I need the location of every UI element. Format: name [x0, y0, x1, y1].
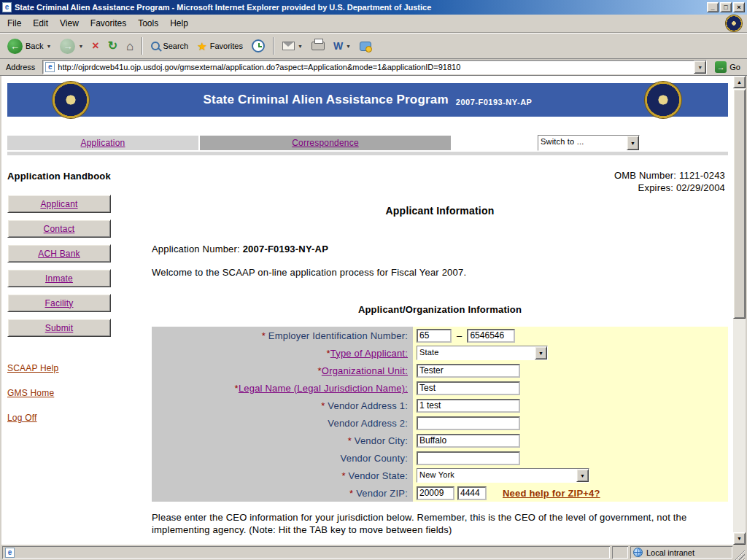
back-button[interactable]: ← Back ▼	[4, 35, 55, 57]
tab-strip	[7, 152, 728, 155]
go-label: Go	[729, 63, 740, 71]
sidebar-label-ach-bank: ACH Bank	[38, 249, 80, 259]
vendor-city-input[interactable]	[417, 434, 520, 448]
go-button[interactable]: → Go	[711, 60, 745, 74]
history-button[interactable]	[248, 35, 268, 57]
sidebar-button-contact[interactable]: Contact	[7, 219, 111, 238]
sidebar-button-facility[interactable]: Facility	[7, 294, 111, 312]
legal-name-input[interactable]	[417, 381, 520, 395]
home-button[interactable]: ⌂	[123, 35, 137, 57]
close-button[interactable]: ×	[733, 2, 745, 12]
zone-label: Local intranet	[646, 548, 694, 557]
sidebar-label-inmate: Inmate	[45, 273, 73, 284]
scaap-banner: State Criminal Alien Assistance Program …	[7, 83, 728, 117]
print-button[interactable]	[308, 35, 328, 57]
gms-home-link[interactable]: GMS Home	[7, 388, 123, 398]
favorites-star-icon: ★	[197, 41, 206, 52]
sidebar-label-applicant: Applicant	[40, 199, 77, 209]
history-icon	[252, 39, 265, 52]
menu-help[interactable]: Help	[164, 15, 194, 31]
page-content: State Criminal Alien Assistance Program …	[1, 76, 746, 545]
refresh-button[interactable]: ↻	[104, 35, 121, 57]
sidebar-button-ach-bank[interactable]: ACH Bank	[7, 244, 111, 262]
tab-correspondence-label: Correspondence	[292, 138, 359, 148]
banner-title: State Criminal Alien Assistance Program	[204, 93, 449, 107]
edit-with-word-button[interactable]: W ▼	[330, 35, 355, 57]
favorites-button[interactable]: ★ Favorites	[193, 35, 247, 57]
vendor-state-select[interactable]: New York ▼	[417, 468, 589, 483]
city-field-cell	[413, 432, 728, 449]
menu-favorites[interactable]: Favorites	[85, 15, 132, 31]
scroll-up-button[interactable]: ▲	[733, 76, 746, 88]
section-heading: Applicant/Organization Information	[152, 304, 728, 315]
edit-chevron-icon: ▼	[346, 44, 351, 49]
tab-correspondence[interactable]: Correspondence	[200, 136, 451, 150]
form-row-type: *Type of Applicant: State ▼	[152, 344, 728, 362]
messenger-button[interactable]	[356, 35, 375, 57]
search-button[interactable]: Search	[147, 35, 192, 57]
switch-to-arrow-icon[interactable]: ▼	[627, 136, 639, 150]
forward-icon: →	[60, 39, 75, 54]
stop-icon: ×	[92, 40, 98, 52]
vendor-county-input[interactable]	[417, 451, 520, 465]
welcome-text: Welcome to the SCAAP on-line application…	[152, 267, 466, 278]
sidebar-button-applicant[interactable]: Applicant	[7, 195, 111, 213]
vendor-zip4-input[interactable]	[457, 486, 487, 500]
switch-to-select[interactable]: Switch to ... ▼	[538, 135, 640, 151]
menu-tools[interactable]: Tools	[132, 15, 164, 31]
menu-edit[interactable]: Edit	[27, 15, 54, 31]
sidebar-button-submit[interactable]: Submit	[7, 319, 111, 337]
state-select-arrow-icon[interactable]: ▼	[576, 469, 589, 482]
organizational-unit-link[interactable]: Organizational Unit:	[322, 365, 408, 376]
title-bar[interactable]: e State Criminal Alien Assistance Progra…	[0, 0, 747, 15]
legal-name-link[interactable]: Legal Name (Legal Jurisdiction Name):	[239, 383, 408, 394]
scroll-down-button[interactable]: ▼	[733, 532, 746, 545]
tab-application[interactable]: Application	[7, 136, 198, 150]
county-field-cell	[413, 449, 728, 467]
state-label: * Vendor State:	[152, 467, 413, 484]
scaap-help-link[interactable]: SCAAP Help	[7, 363, 123, 373]
city-label: * Vendor City:	[152, 432, 413, 449]
window-title: State Criminal Alien Assistance Program …	[15, 3, 704, 12]
ein-prefix-input[interactable]	[417, 329, 452, 343]
type-select-arrow-icon[interactable]: ▼	[535, 346, 547, 359]
type-label: *Type of Applicant:	[152, 344, 413, 362]
resize-grip[interactable]	[735, 550, 745, 560]
omb-expires: Expires: 02/29/2004	[614, 182, 725, 194]
address1-field-cell	[413, 397, 728, 414]
type-of-applicant-link[interactable]: Type of Applicant:	[330, 348, 408, 359]
application-number-label: Application Number:	[152, 244, 243, 254]
menu-view[interactable]: View	[54, 15, 85, 31]
ein-suffix-input[interactable]	[467, 329, 515, 343]
org-unit-field-cell	[413, 362, 728, 379]
vendor-address2-input[interactable]	[417, 416, 520, 430]
sidebar-button-inmate[interactable]: Inmate	[7, 269, 111, 287]
doj-seal-logo	[726, 15, 742, 31]
vendor-state-value: New York	[417, 469, 576, 482]
ein-label: * Employer Identification Number:	[152, 327, 413, 344]
forward-button[interactable]: → ▼	[56, 35, 87, 57]
stop-button[interactable]: ×	[88, 35, 102, 57]
menu-file[interactable]: File	[1, 15, 27, 31]
log-off-link[interactable]: Log Off	[7, 413, 123, 423]
minimize-button[interactable]: _	[707, 2, 719, 12]
mail-button[interactable]: ▼	[279, 35, 306, 57]
address-dropdown-button[interactable]: ▼	[694, 61, 706, 74]
restore-button[interactable]: □	[720, 2, 732, 12]
organizational-unit-input[interactable]	[417, 364, 520, 378]
vendor-zip-input[interactable]	[417, 486, 454, 500]
address2-field-cell	[413, 414, 728, 432]
vertical-scrollbar[interactable]: ▲ ▼	[733, 76, 746, 545]
ein-label-text: Employer Identification Number:	[268, 330, 408, 341]
address-input[interactable]: e http://ojprdcweb41u.ojp.usdoj.gov/gmse…	[42, 60, 707, 74]
switch-to-value: Switch to ...	[538, 136, 627, 150]
vendor-address1-input[interactable]	[417, 399, 520, 413]
type-of-applicant-select[interactable]: State ▼	[417, 346, 548, 360]
required-star: *	[349, 488, 356, 499]
forward-chevron-icon: ▼	[78, 44, 83, 49]
omb-block: OMB Number: 1121-0243 Expires: 02/29/200…	[614, 169, 725, 194]
scrollbar-thumb[interactable]	[733, 89, 746, 319]
county-label: Vendor County:	[152, 449, 413, 467]
tab-application-label: Application	[81, 138, 125, 148]
zip-help-link[interactable]: Need help for ZIP+4?	[503, 488, 600, 499]
